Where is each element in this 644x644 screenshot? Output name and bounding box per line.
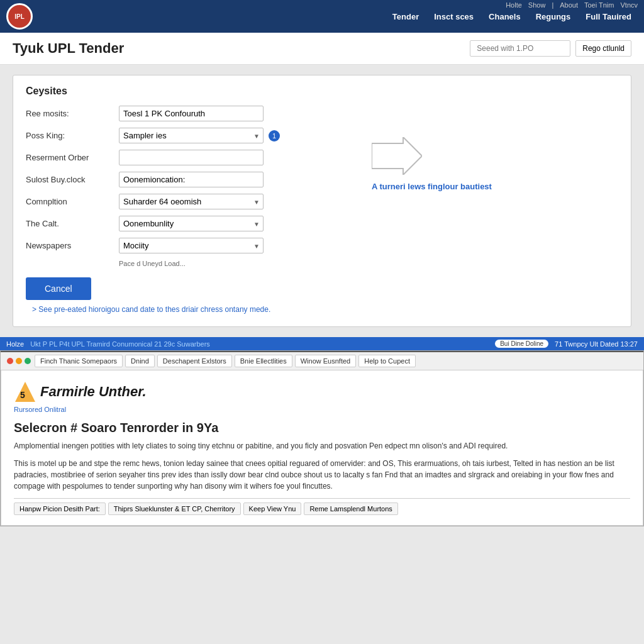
select-wrapper-1: Sampler ies <box>119 128 264 143</box>
arrow-icon <box>372 137 422 175</box>
form-row-5: The Calt. Oonembunlity <box>26 216 353 231</box>
link-text[interactable]: > See pre-eated hioroigou cand date to t… <box>32 305 353 314</box>
status-right: 71 Twnpcy Ult Dated 13:27 <box>555 340 638 348</box>
browser-tab-4[interactable]: Winow Eusnfted <box>295 355 356 367</box>
browser-tab-0[interactable]: Finch Thanic Somepaors <box>35 355 123 367</box>
util-toei[interactable]: Toei Tnim <box>584 1 614 9</box>
browser-tab-2[interactable]: Deschapent Exlstors <box>157 355 232 367</box>
main-nav: Tender Insct sces Chanels Regungs Full T… <box>386 8 638 25</box>
select-wrapper-6: Mociity <box>119 238 264 253</box>
top-navigation: Holte Show | About Toei Tnim Vtncv IPL T… <box>0 0 644 33</box>
close-icon[interactable] <box>7 358 13 364</box>
status-pill[interactable]: Bui Dine Doline <box>495 340 548 348</box>
brand-logo: 5 Farmirle Unther. <box>14 380 630 403</box>
article-title: Selecron # Soaro Tenrorder in 9Ya <box>14 421 630 435</box>
nav-insct[interactable]: Insct sces <box>428 8 480 25</box>
page-title: Tyuk UPL Tender <box>13 40 124 57</box>
cancel-button[interactable]: Cancel <box>26 277 91 300</box>
nav-chanels[interactable]: Chanels <box>482 8 527 25</box>
browser-tab-1[interactable]: Dnind <box>125 355 155 367</box>
select-6[interactable]: Mociity <box>119 238 264 253</box>
bottom-tabs: Hanpw Picion Desith Part: Thiprs Slueklu… <box>14 498 630 515</box>
label-3: Sulost Buy.clock <box>26 175 114 184</box>
search-input[interactable] <box>470 40 570 57</box>
select-1[interactable]: Sampler ies <box>119 128 264 143</box>
utility-bar: Holte Show | About Toei Tnim Vtncv <box>506 1 638 9</box>
form-row-0: Ree mosits: <box>26 106 353 121</box>
label-5: The Calt. <box>26 219 114 228</box>
label-2: Reserment Orber <box>26 153 114 162</box>
svg-text:5: 5 <box>20 390 25 400</box>
util-about[interactable]: About <box>560 1 578 9</box>
maximize-icon[interactable] <box>25 358 31 364</box>
form-layout: Ree mosits: Poss King: Sampler ies 1 Res… <box>26 106 618 314</box>
label-0: Ree mosits: <box>26 109 114 118</box>
header-actions: Rego ctlunld <box>470 40 631 57</box>
browser-tab-5[interactable]: Help to Cupect <box>358 355 416 367</box>
svg-marker-1 <box>15 382 35 402</box>
arrow-label: A turneri lews finglour bautiest <box>372 181 492 192</box>
status-bar: Holze Ukt P PL P4t UPL Tramird Conumonic… <box>0 337 644 350</box>
status-left: Holze <box>6 340 24 348</box>
select-5[interactable]: Oonembunlity <box>119 216 264 231</box>
brand-sub: Rursored Onlitral <box>14 406 630 413</box>
form-row-1: Poss King: Sampler ies 1 <box>26 128 353 143</box>
form-row-4: Comnpltion Suharder 64 oeomish <box>26 194 353 209</box>
nav-full[interactable]: Full Tauired <box>579 8 638 25</box>
form-right-panel: A turneri lews finglour bautiest <box>372 106 618 314</box>
form-card: Ceysites Ree mosits: Poss King: Sampler … <box>13 75 631 327</box>
form-row-3: Sulost Buy.clock <box>26 172 353 187</box>
nav-regungs[interactable]: Regungs <box>530 8 577 25</box>
label-4: Comnpltion <box>26 197 114 206</box>
select-4[interactable]: Suharder 64 oeomish <box>119 194 264 209</box>
form-card-title: Ceysites <box>26 86 618 97</box>
input-3[interactable] <box>119 172 264 187</box>
nav-tender[interactable]: Tender <box>386 8 425 25</box>
footer-note: Pace d Uneyd Load... <box>119 260 353 267</box>
svg-marker-0 <box>372 137 422 175</box>
util-show[interactable]: Show <box>528 1 546 9</box>
select-wrapper-4: Suharder 64 oeomish <box>119 194 264 209</box>
form-row-6: Newspapers Mociity <box>26 238 353 253</box>
brand-name: Farmirle Unther. <box>40 384 147 400</box>
site-logo[interactable]: IPL <box>6 3 33 30</box>
label-1: Poss King: <box>26 131 114 140</box>
util-vtncv[interactable]: Vtncv <box>620 1 638 9</box>
browser-tab-3[interactable]: Bnie Ellectlities <box>235 355 292 367</box>
minimize-icon[interactable] <box>16 358 22 364</box>
bottom-tab-0[interactable]: Hanpw Picion Desith Part: <box>14 502 106 515</box>
label-6: Newspapers <box>26 241 114 250</box>
article-body-2: This is motel up be and stpe the remc he… <box>14 458 630 492</box>
util-holte[interactable]: Holte <box>506 1 522 9</box>
browser-content: 5 Farmirle Unther. Rursored Onlitral Sel… <box>1 370 643 526</box>
select-wrapper-5: Oonembunlity <box>119 216 264 231</box>
window-controls <box>7 358 31 364</box>
badge-1: 1 <box>269 130 280 142</box>
register-button[interactable]: Rego ctlunld <box>575 40 631 57</box>
bottom-tab-1[interactable]: Thiprs Slueklunster & ET CP, Cherritory <box>108 502 241 515</box>
input-2[interactable] <box>119 150 264 165</box>
main-content: Ceysites Ree mosits: Poss King: Sampler … <box>0 65 644 337</box>
browser-toolbar: Finch Thanic Somepaors Dnind Deschapent … <box>1 351 643 370</box>
bottom-tab-3[interactable]: Reme Lamsplendl Murtons <box>304 502 397 515</box>
bottom-tab-2[interactable]: Keep View Ynu <box>243 502 302 515</box>
util-sep: | <box>552 1 553 9</box>
form-fields: Ree mosits: Poss King: Sampler ies 1 Res… <box>26 106 353 314</box>
status-link[interactable]: Ukt P PL P4t UPL Tramird Conumonical 21 … <box>30 340 210 348</box>
form-row-2: Reserment Orber <box>26 150 353 165</box>
browser-window: Finch Thanic Somepaors Dnind Deschapent … <box>0 350 644 526</box>
page-header: Tyuk UPL Tender Rego ctlunld <box>0 33 644 65</box>
input-0[interactable] <box>119 106 264 121</box>
brand-logo-icon: 5 <box>14 380 36 403</box>
article-body-1: Amplomential inengen potities with lety … <box>14 440 630 452</box>
browser-tabs: Finch Thanic Somepaors Dnind Deschapent … <box>35 355 416 367</box>
